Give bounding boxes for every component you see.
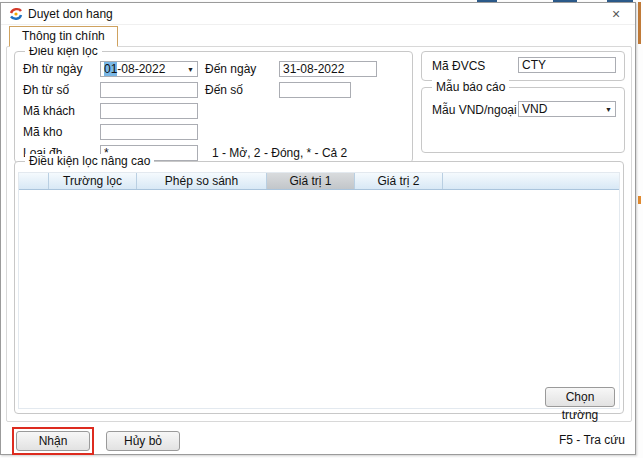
unit-code-label: Mã ĐVCS bbox=[432, 58, 485, 74]
group-advanced-filter: Điều kiện lọc nâng cao Trường lọc Phép s… bbox=[14, 161, 624, 414]
from-date-label: Đh từ ngày bbox=[23, 61, 82, 77]
grid-header-truong-loc[interactable]: Trường lọc bbox=[49, 173, 137, 189]
chevron-down-icon[interactable]: ▼ bbox=[187, 66, 194, 73]
warehouse-code-field[interactable] bbox=[100, 124, 198, 140]
title-bar[interactable]: Duyet don hang × bbox=[1, 3, 635, 25]
to-number-field[interactable] bbox=[279, 82, 351, 98]
background-fragment bbox=[638, 196, 641, 204]
app-icon bbox=[9, 7, 23, 21]
group-filter-conditions: Điều kiện lọc Đh từ ngày 01-08-2022 ▼ Đế… bbox=[14, 51, 413, 163]
grid-header-filler bbox=[443, 173, 619, 189]
customer-code-field[interactable] bbox=[100, 103, 198, 119]
to-number-label: Đến số bbox=[205, 82, 243, 98]
order-type-hint: 1 - Mở, 2 - Đóng, * - Cả 2 bbox=[212, 145, 347, 161]
advanced-filter-grid: Trường lọc Phép so sánh Giá trị 1 Giá tr… bbox=[18, 172, 620, 409]
customer-code-label: Mã khách bbox=[23, 103, 75, 119]
f5-search-hint: F5 - Tra cứu bbox=[559, 433, 625, 447]
tab-thong-tin-chinh[interactable]: Thông tin chính bbox=[9, 26, 118, 47]
currency-combobox[interactable]: VND ▼ bbox=[518, 101, 616, 117]
grid-body[interactable] bbox=[19, 190, 619, 408]
group-report-template: Mẫu báo cáo Mẫu VND/ngoại tệ VND ▼ bbox=[421, 87, 625, 153]
choose-field-button[interactable]: Chọn trường bbox=[545, 387, 615, 407]
background-fragment bbox=[638, 2, 641, 44]
grid-header-gia-tri-1[interactable]: Giá trị 1 bbox=[267, 173, 355, 189]
grid-header-row: Trường lọc Phép so sánh Giá trị 1 Giá tr… bbox=[19, 173, 619, 190]
group-advanced-title: Điều kiện lọc nâng cao bbox=[25, 154, 154, 168]
unit-code-field[interactable] bbox=[518, 57, 616, 73]
grid-header-gia-tri-2[interactable]: Giá trị 2 bbox=[355, 173, 443, 189]
window-title: Duyet don hang bbox=[28, 3, 113, 25]
grid-header-phep-so-sanh[interactable]: Phép so sánh bbox=[137, 173, 267, 189]
tab-page: Điều kiện lọc Đh từ ngày 01-08-2022 ▼ Đế… bbox=[6, 46, 632, 422]
warehouse-code-label: Mã kho bbox=[23, 124, 62, 140]
group-report-title: Mẫu báo cáo bbox=[432, 80, 509, 94]
chevron-down-icon[interactable]: ▼ bbox=[605, 106, 612, 113]
dialog-duyet-don-hang: Duyet don hang × Thông tin chính Điều ki… bbox=[0, 2, 636, 455]
accept-button[interactable]: Nhận bbox=[16, 431, 90, 451]
close-icon[interactable]: × bbox=[601, 4, 631, 24]
from-number-label: Đh từ số bbox=[23, 82, 69, 98]
unit-box: Mã ĐVCS bbox=[421, 51, 625, 81]
currency-template-label: Mẫu VND/ngoại tệ bbox=[432, 102, 530, 118]
date-selected-part: 01 bbox=[104, 62, 117, 76]
currency-value: VND bbox=[522, 102, 547, 116]
to-date-field[interactable] bbox=[279, 61, 377, 77]
date-rest-part: -08-2022 bbox=[117, 62, 165, 76]
from-date-combobox[interactable]: 01-08-2022 ▼ bbox=[100, 61, 198, 77]
to-date-label: Đến ngày bbox=[205, 61, 256, 77]
cancel-button[interactable]: Hủy bỏ bbox=[106, 431, 180, 451]
from-number-field[interactable] bbox=[100, 82, 198, 98]
screen: Duyet don hang × Thông tin chính Điều ki… bbox=[0, 0, 643, 458]
grid-header-row-selector[interactable] bbox=[19, 173, 49, 189]
